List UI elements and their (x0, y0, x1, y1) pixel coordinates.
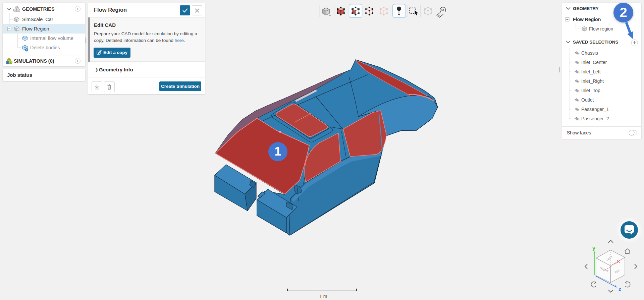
svg-text:1 m: 1 m (319, 294, 327, 299)
svg-text:y: y (592, 245, 595, 251)
svg-text:z: z (619, 286, 621, 292)
